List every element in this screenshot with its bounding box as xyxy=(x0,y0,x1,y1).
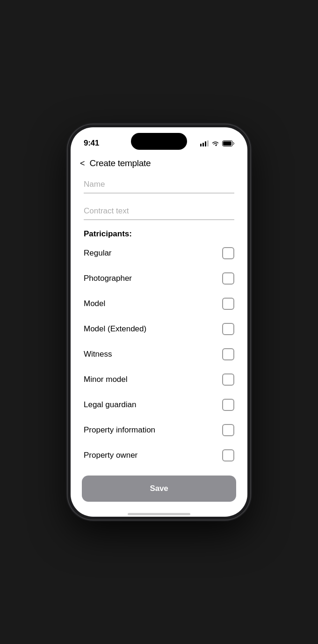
participant-name-model: Model xyxy=(84,299,105,308)
contract-text-input[interactable] xyxy=(84,203,234,220)
participants-list: RegularPhotographerModelModel (Extended)… xyxy=(84,241,234,468)
participant-checkbox-regular[interactable] xyxy=(222,247,234,259)
participant-name-property-owner: Property owner xyxy=(84,451,137,460)
nav-header: < Create template xyxy=(71,153,247,176)
participant-name-property-information: Property information xyxy=(84,425,155,435)
save-button[interactable]: Save xyxy=(82,476,236,502)
participant-row: Legal guardian xyxy=(84,392,234,417)
participant-row: Model xyxy=(84,291,234,316)
participant-name-minor-model: Minor model xyxy=(84,375,128,384)
participant-name-witness: Witness xyxy=(84,350,112,359)
dynamic-island xyxy=(131,133,187,150)
status-time: 9:41 xyxy=(84,139,99,148)
participants-label: Patricipants: xyxy=(84,229,234,239)
svg-rect-0 xyxy=(200,144,202,146)
participant-row: Photographer xyxy=(84,266,234,291)
back-button[interactable]: < xyxy=(80,159,85,168)
wifi-icon xyxy=(211,140,219,146)
name-input[interactable] xyxy=(84,176,234,193)
participant-checkbox-legal-guardian[interactable] xyxy=(222,399,234,411)
participant-checkbox-property-owner[interactable] xyxy=(222,449,234,461)
participant-checkbox-witness[interactable] xyxy=(222,348,234,360)
participant-checkbox-model-extended[interactable] xyxy=(222,323,234,335)
status-icons xyxy=(200,140,234,146)
participant-row: Property information xyxy=(84,417,234,443)
participant-row: Regular xyxy=(84,241,234,266)
save-section: Save xyxy=(71,468,247,513)
participant-name-model-extended: Model (Extended) xyxy=(84,324,146,334)
battery-icon xyxy=(222,140,234,146)
home-bar xyxy=(128,513,190,515)
content-area: < Create template Patricipants: RegularP… xyxy=(71,153,247,517)
participant-row: Model (Extended) xyxy=(84,316,234,342)
form-area: Patricipants: RegularPhotographerModelMo… xyxy=(71,176,247,468)
svg-rect-5 xyxy=(223,141,231,146)
participant-checkbox-property-information[interactable] xyxy=(222,424,234,436)
svg-rect-2 xyxy=(205,141,206,146)
participant-checkbox-minor-model[interactable] xyxy=(222,373,234,386)
participant-checkbox-model[interactable] xyxy=(222,298,234,310)
svg-rect-3 xyxy=(207,140,209,146)
participant-row: Witness xyxy=(84,342,234,367)
svg-rect-1 xyxy=(202,143,204,146)
page-title: Create template xyxy=(90,158,151,168)
participant-row: Property owner xyxy=(84,443,234,468)
participant-name-photographer: Photographer xyxy=(84,274,132,283)
participant-row: Minor model xyxy=(84,367,234,392)
participant-name-regular: Regular xyxy=(84,249,112,258)
participant-checkbox-photographer[interactable] xyxy=(222,272,234,285)
home-indicator xyxy=(71,513,247,517)
participant-name-legal-guardian: Legal guardian xyxy=(84,400,136,410)
signal-icon xyxy=(200,140,209,146)
